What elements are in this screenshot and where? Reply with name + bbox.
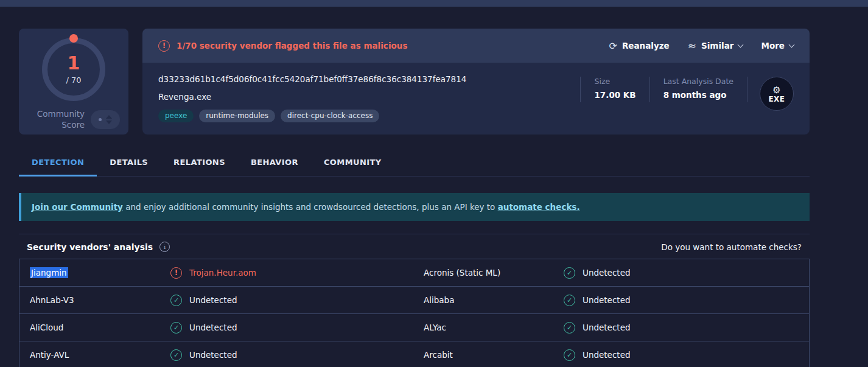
detection-status-header: 1/70 security vendor flagged this file a… (142, 29, 810, 63)
vendor-name[interactable]: Jiangmin (19, 268, 170, 278)
file-sha256-hash[interactable]: d33233d61b1c4f5d06f0c41fcc5420af71bef0ff… (158, 74, 580, 84)
vendor-name[interactable]: AhnLab-V3 (19, 295, 170, 305)
detection-result: Undetected (170, 295, 419, 306)
tab-behavior[interactable]: BEHAVIOR (238, 152, 311, 177)
top-navigation-bar (0, 0, 868, 7)
vendors-analysis-title: Security vendors' analysis (27, 242, 153, 252)
selected-text: Jiangmin (30, 267, 68, 278)
reanalyze-button[interactable]: Reanalyze (609, 40, 670, 52)
join-community-link[interactable]: Join our Community (32, 202, 123, 212)
detection-result: Undetected (564, 295, 809, 306)
table-row: Antiy-AVL Undetected Arcabit Undetected (19, 341, 809, 367)
community-score-card: 1 / 70 Community Score (19, 29, 128, 135)
detection-result: Trojan.Heur.aom (170, 267, 419, 279)
chevron-down-icon (738, 41, 744, 47)
vendor-name[interactable]: ALYac (419, 323, 564, 332)
malicious-flag-message: 1/70 security vendor flagged this file a… (158, 40, 407, 52)
detection-result: Undetected (564, 322, 809, 334)
vendor-name[interactable]: Alibaba (419, 295, 564, 305)
gear-icon (772, 84, 780, 96)
page-content: 1 / 70 Community Score (0, 7, 868, 367)
detection-result: Undetected (170, 322, 419, 334)
more-button[interactable]: More (761, 41, 794, 51)
undetected-check-icon (170, 295, 182, 306)
undetected-check-icon (564, 267, 575, 279)
join-community-banner: Join our Community and enjoy additional … (19, 193, 810, 221)
file-name[interactable]: Revenga.exe (158, 92, 580, 102)
detection-score-total: / 70 (66, 75, 81, 85)
similar-waves-icon (688, 40, 696, 52)
table-row: Jiangmin Trojan.Heur.aom Acronis (Static… (19, 259, 809, 287)
undetected-check-icon (564, 322, 575, 334)
undetected-check-icon (564, 295, 575, 306)
tab-detection[interactable]: DETECTION (19, 152, 97, 177)
malicious-icon (170, 267, 182, 279)
size-value: 17.00 KB (594, 90, 635, 100)
undetected-check-icon (170, 349, 182, 361)
detection-score-gauge: 1 / 70 (42, 38, 105, 101)
info-icon[interactable] (159, 242, 170, 252)
divider (747, 77, 747, 102)
refresh-icon (609, 40, 617, 52)
warning-icon (158, 40, 170, 52)
exe-file-type-icon: EXE (760, 77, 794, 111)
tab-relations[interactable]: RELATIONS (161, 152, 238, 177)
last-analysis-value: 8 months ago (663, 90, 733, 100)
vendor-name[interactable]: Antiy-AVL (19, 350, 170, 360)
vendor-name[interactable]: Acronis (Static ML) (419, 268, 564, 278)
file-summary-card: 1/70 security vendor flagged this file a… (142, 29, 810, 135)
undetected-check-icon (564, 349, 575, 361)
vote-arrows-icon[interactable] (106, 115, 112, 124)
tag-peexe[interactable]: peexe (158, 110, 194, 122)
similar-button[interactable]: Similar (688, 40, 743, 52)
banner-text: and enjoy additional community insights … (123, 202, 498, 212)
vote-dot-icon (99, 118, 102, 121)
report-tabs: DETECTION DETAILS RELATIONS BEHAVIOR COM… (19, 152, 810, 177)
last-analysis-label: Last Analysis Date (663, 77, 733, 86)
detection-result: Undetected (170, 349, 419, 361)
file-size-block: Size 17.00 KB (581, 77, 649, 100)
community-score-label: Community Score (37, 108, 85, 130)
vendor-name[interactable]: Arcabit (419, 350, 564, 360)
gauge-marker-dot (69, 34, 78, 43)
detection-result: Undetected (564, 267, 809, 279)
vendor-name[interactable]: AliCloud (19, 323, 170, 332)
vendors-analysis-header: Security vendors' analysis Do you want t… (19, 234, 810, 259)
community-vote-widget[interactable] (91, 110, 120, 129)
tab-community[interactable]: COMMUNITY (311, 152, 394, 177)
vendors-analysis-table: Jiangmin Trojan.Heur.aom Acronis (Static… (19, 259, 810, 367)
undetected-check-icon (170, 322, 182, 334)
tag-direct-cpu-clock-access[interactable]: direct-cpu-clock-access (281, 110, 379, 122)
automate-checks-link[interactable]: automate checks. (498, 202, 580, 212)
size-label: Size (594, 77, 635, 86)
chevron-down-icon (789, 41, 795, 47)
table-row: AhnLab-V3 Undetected Alibaba Undetected (19, 287, 809, 314)
detection-score-value: 1 (68, 54, 80, 72)
tag-runtime-modules[interactable]: runtime-modules (199, 110, 275, 122)
tab-details[interactable]: DETAILS (97, 152, 161, 177)
table-row: AliCloud Undetected ALYac Undetected (19, 314, 809, 341)
detection-result: Undetected (564, 349, 809, 361)
automate-checks-prompt[interactable]: Do you want to automate checks? (661, 242, 802, 252)
last-analysis-block: Last Analysis Date 8 months ago (650, 77, 747, 100)
